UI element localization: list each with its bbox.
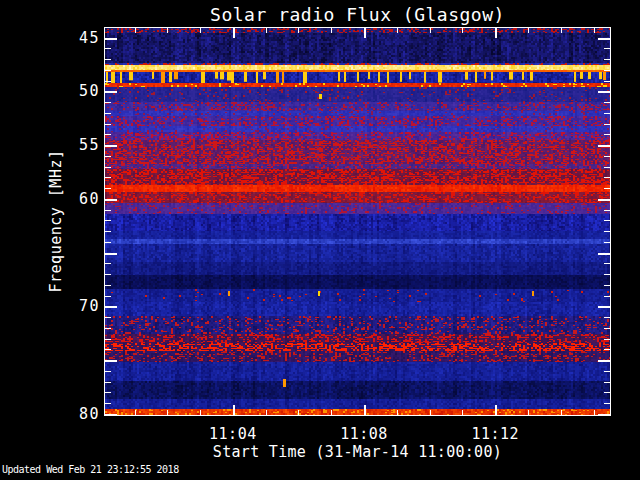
plot-frame xyxy=(104,27,611,416)
x-tick-label: 11:12 xyxy=(460,425,530,443)
x-axis-title: Start Time (31-Mar-14 11:00:00) xyxy=(105,443,610,461)
y-tick-label: 80 xyxy=(58,405,100,423)
x-tick-label: 11:08 xyxy=(329,425,399,443)
y-tick-label: 50 xyxy=(58,82,100,100)
update-timestamp: Updated Wed Feb 21 23:12:55 2018 xyxy=(2,464,179,475)
x-tick-label: 11:04 xyxy=(198,425,268,443)
y-tick-label: 45 xyxy=(58,29,100,47)
y-axis-title: Frequency [MHz] xyxy=(47,150,65,293)
spectrogram-canvas xyxy=(105,28,610,415)
screenshot-root: Solar radio Flux (Glasgow) 455055607080 … xyxy=(0,0,640,480)
chart-title: Solar radio Flux (Glasgow) xyxy=(105,4,610,25)
y-tick-label: 70 xyxy=(58,297,100,315)
